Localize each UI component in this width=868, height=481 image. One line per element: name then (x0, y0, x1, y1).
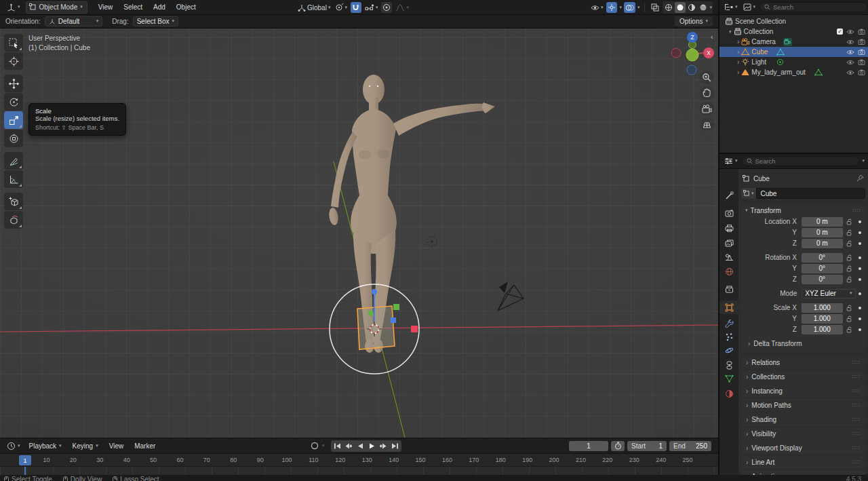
lock-icon[interactable] (845, 276, 855, 283)
tab-object-data[interactable] (719, 372, 738, 385)
eye-icon[interactable] (846, 70, 854, 75)
snap-with-dropdown[interactable]: ▾ (363, 2, 380, 13)
panel-instancing[interactable]: ›Instancing∷∷ (741, 385, 865, 398)
render-visibility-icon[interactable] (858, 69, 865, 75)
render-visibility-icon[interactable] (858, 59, 865, 65)
pivot-point-dropdown[interactable]: ▾ (334, 2, 349, 13)
collection-checkbox[interactable]: ✓ (837, 28, 843, 35)
drag-grip-icon[interactable]: ∷∷ (852, 402, 861, 408)
jump-to-end-button[interactable] (389, 441, 401, 451)
location-y-field[interactable]: 0 m (802, 228, 843, 237)
chevron-down-icon[interactable]: ▾ (619, 5, 622, 9)
tool-duplicate[interactable] (4, 211, 23, 229)
gizmo-axis-neg-z[interactable] (687, 65, 696, 75)
expand-arrow-icon[interactable]: › (737, 69, 739, 76)
drag-grip-icon[interactable]: ∷∷ (852, 360, 861, 366)
tab-tool[interactable] (719, 189, 738, 202)
panel-visibility[interactable]: ›Visibility∷∷ (741, 427, 865, 440)
eye-icon[interactable] (846, 60, 854, 65)
menu-view[interactable]: View (93, 2, 119, 12)
animate-dot[interactable] (859, 267, 861, 270)
pin-icon[interactable] (856, 174, 864, 183)
properties-editor-type-button[interactable]: ▾ (723, 157, 739, 165)
object-type-dropdown[interactable]: ▾ (741, 188, 756, 199)
menu-playback[interactable]: Playback▾ (24, 441, 66, 451)
lock-icon[interactable] (845, 315, 855, 322)
sidebar-toggle-arrow[interactable]: ‹ (711, 33, 713, 41)
gizmo-z-handle[interactable] (372, 289, 377, 294)
overlays-toggle[interactable] (624, 2, 635, 13)
light-object[interactable] (427, 237, 437, 246)
tab-physics[interactable] (719, 343, 738, 357)
drag-grip-icon[interactable]: ∷∷ (852, 459, 861, 465)
outliner-row-my-lady-arm-out[interactable]: › My_lady_arm_out (719, 67, 868, 77)
mesh-data-icon[interactable] (776, 48, 785, 56)
render-visibility-icon[interactable] (858, 28, 865, 35)
visibility-dropdown[interactable]: ▾ (589, 2, 605, 13)
tab-material[interactable] (719, 387, 738, 400)
current-frame-indicator[interactable]: 1 (19, 455, 31, 465)
tab-render[interactable] (719, 206, 738, 220)
auto-key-toggle[interactable] (309, 440, 320, 451)
outliner-editor-type-button[interactable]: ▾ (723, 3, 739, 11)
gizmo-y-handle-small[interactable] (368, 311, 373, 315)
human-model[interactable] (328, 75, 495, 353)
gizmo-orbit-ball[interactable] (686, 49, 698, 61)
tool-move[interactable] (4, 75, 23, 92)
gizmo-axis-neg-x[interactable] (671, 48, 681, 58)
tab-collection-props[interactable] (719, 282, 738, 296)
eye-icon[interactable] (846, 39, 854, 45)
outliner-search-input[interactable] (773, 3, 863, 11)
prev-keyframe-button[interactable] (343, 441, 355, 451)
tab-scene[interactable] (719, 250, 738, 264)
timeline-ruler[interactable]: 1 10203040506070809010011012013014015016… (0, 454, 718, 467)
animate-dot[interactable] (859, 256, 861, 259)
panel-motion-paths[interactable]: ›Motion Paths∷∷ (741, 399, 865, 412)
outliner-row-cube[interactable]: › Cube (719, 47, 868, 57)
next-keyframe-button[interactable] (378, 441, 389, 451)
animate-dot[interactable] (859, 328, 861, 331)
play-reverse-button[interactable] (355, 441, 366, 451)
light-data-icon[interactable] (776, 58, 784, 66)
collapse-arrow-icon[interactable]: ▾ (729, 29, 732, 35)
menu-marker[interactable]: Marker (130, 441, 160, 451)
rotation-mode-dropdown[interactable]: XYZ Euler▾ (802, 289, 855, 299)
selected-cube[interactable] (357, 306, 395, 349)
lock-icon[interactable] (845, 305, 855, 311)
end-frame-field[interactable]: End250 (669, 441, 711, 451)
chevron-down-icon[interactable]: ▾ (862, 158, 865, 163)
tool-select-box[interactable] (4, 34, 23, 52)
options-button[interactable]: Options ▾ (675, 16, 713, 26)
gizmo-x-handle[interactable] (411, 326, 418, 332)
shading-material-button[interactable] (686, 2, 697, 13)
eye-icon[interactable] (846, 50, 854, 55)
lock-icon[interactable] (845, 240, 855, 247)
outliner-row-collection[interactable]: ▾ Collection ✓ (719, 26, 868, 37)
gizmos-toggle[interactable] (606, 2, 617, 13)
animate-dot[interactable] (859, 318, 861, 320)
scale-y-field[interactable]: 1.000 (802, 314, 843, 324)
drag-grip-icon[interactable]: ∷∷ (852, 431, 861, 437)
drag-grip-icon[interactable]: ∷∷ (852, 388, 861, 394)
menu-select[interactable]: Select (118, 2, 148, 12)
panel-relations[interactable]: ›Relations∷∷ (741, 356, 865, 369)
eye-icon[interactable] (846, 29, 854, 35)
animate-dot[interactable] (859, 231, 861, 234)
editor-type-button[interactable]: ▾ (4, 2, 23, 13)
drag-grip-icon[interactable]: ∷∷ (853, 208, 861, 214)
expand-arrow-icon[interactable]: › (737, 58, 739, 66)
panel-shading[interactable]: ›Shading∷∷ (741, 413, 865, 426)
animate-dot[interactable] (859, 307, 861, 309)
animate-dot[interactable] (859, 220, 861, 223)
outliner-row-scene-collection[interactable]: Scene Collection (719, 16, 868, 26)
xray-toggle[interactable] (650, 2, 660, 13)
camera-data-icon[interactable] (783, 38, 792, 46)
properties-search[interactable] (742, 156, 860, 166)
start-frame-field[interactable]: Start1 (627, 441, 667, 451)
scale-z-field[interactable]: 1.000 (802, 325, 843, 334)
panel-line-art[interactable]: ›Line Art∷∷ (741, 456, 865, 469)
chevron-down-icon[interactable]: ▾ (709, 5, 712, 9)
use-preview-range-button[interactable] (611, 441, 625, 451)
drag-select[interactable]: Select Box ▾ (133, 16, 178, 26)
drag-grip-icon[interactable]: ∷∷ (852, 417, 861, 423)
